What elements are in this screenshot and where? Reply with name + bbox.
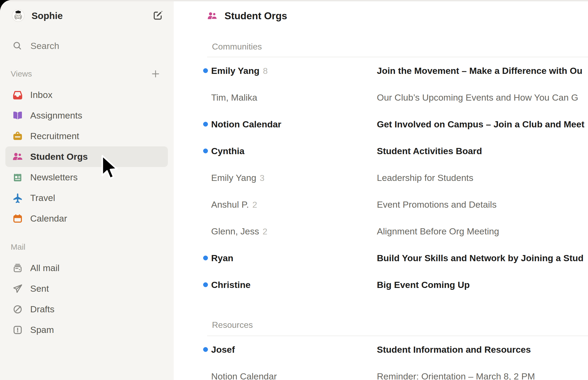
search-icon [12, 41, 22, 51]
main-header: Student Orgs [207, 10, 287, 22]
window-top-edge [0, 0, 588, 1]
email-sender: Glenn, Jess2 [211, 226, 267, 237]
email-sender: Notion Calendar [211, 119, 281, 130]
email-list-item[interactable]: Notion CalendarGet Involved on Campus – … [174, 111, 588, 138]
plane-icon [12, 193, 23, 203]
email-sender: Notion Calendar [211, 371, 277, 380]
sidebar-item-drafts[interactable]: Drafts [5, 299, 168, 320]
sidebar-item-label: Calendar [30, 213, 67, 224]
email-list-item[interactable]: Emily Yang3Leadership for Students [174, 164, 588, 191]
search-button[interactable]: Search [0, 38, 174, 54]
email-subject: Build Your Skills and Network by Joining… [377, 252, 588, 264]
sidebar-item-label: Drafts [30, 304, 55, 314]
email-list-item[interactable]: Anshul P.2Event Promotions and Details [174, 191, 588, 218]
pencil-circle-icon [12, 304, 23, 315]
newspaper-icon [12, 172, 23, 183]
compose-button[interactable] [152, 10, 163, 21]
people-icon [12, 151, 23, 162]
email-subject: Get Involved on Campus – Join a Club and… [377, 119, 588, 130]
email-list-item[interactable]: JosefStudent Information and Resources [174, 336, 588, 363]
sidebar-item-student-orgs[interactable]: Student Orgs [5, 146, 168, 167]
unread-dot [203, 68, 208, 73]
sidebar-item-label: Inbox [30, 90, 52, 100]
email-list-item[interactable]: CynthiaStudent Activities Board [174, 138, 588, 164]
mail-tray-icon [12, 263, 23, 273]
email-subject: Big Event Coming Up [377, 279, 588, 290]
sidebar-item-label: Assignments [30, 110, 82, 121]
sidebar-item-recruitment[interactable]: Recruitment [5, 126, 168, 146]
sidebar-item-calendar[interactable]: Calendar [5, 208, 168, 229]
app-window: Sophie Search Views Inbox Assignments Re… [0, 0, 588, 380]
search-label: Search [30, 40, 59, 51]
email-subject: Our Club’s Upcoming Events and How You C… [377, 92, 588, 103]
inbox-icon [12, 90, 23, 100]
sidebar-item-spam[interactable]: Spam [5, 320, 168, 340]
sidebar-item-travel[interactable]: Travel [5, 188, 168, 208]
email-sender: Cynthia [211, 145, 245, 157]
email-list-item[interactable]: RyanBuild Your Skills and Network by Joi… [174, 245, 588, 271]
email-sender: Christine [211, 279, 250, 290]
sidebar-item-label: Student Orgs [30, 151, 88, 162]
unread-dot [203, 282, 208, 287]
sidebar: Sophie Search Views Inbox Assignments Re… [0, 0, 174, 380]
email-thread-count: 8 [263, 66, 268, 76]
email-list-item[interactable]: ChristineBig Event Coming Up [174, 271, 588, 298]
email-sender: Tim, Malika [211, 92, 257, 103]
email-sender: Anshul P.2 [211, 199, 257, 210]
people-icon [207, 11, 217, 21]
email-sender: Emily Yang8 [211, 65, 268, 77]
sidebar-item-label: All mail [30, 263, 60, 273]
add-view-button[interactable] [151, 69, 160, 79]
sidebar-item-sent[interactable]: Sent [5, 278, 168, 299]
paper-plane-icon [12, 283, 23, 294]
email-thread-count: 2 [263, 227, 268, 236]
briefcase-icon [12, 131, 23, 142]
page-title: Student Orgs [225, 10, 287, 22]
calendar-icon [12, 213, 23, 224]
sidebar-item-label: Newsletters [30, 172, 78, 183]
email-list-pane: Student Orgs Communities Emily Yang8Join… [174, 0, 588, 380]
email-list-item[interactable]: Tim, MalikaOur Club’s Upcoming Events an… [174, 84, 588, 111]
email-sender: Ryan [211, 252, 233, 264]
email-thread-count: 3 [260, 173, 265, 183]
email-subject: Student Information and Resources [377, 344, 588, 355]
email-subject: Student Activities Board [377, 145, 588, 157]
email-list-item[interactable]: Emily Yang8Join the Movement – Make a Di… [174, 57, 588, 84]
views-section-header: Views [11, 69, 32, 79]
avatar[interactable] [12, 9, 25, 22]
unread-dot [203, 149, 208, 153]
book-icon [12, 110, 23, 121]
sidebar-item-label: Sent [30, 283, 49, 294]
unread-dot [203, 256, 208, 260]
sidebar-item-label: Travel [30, 193, 55, 203]
sidebar-item-label: Recruitment [30, 131, 79, 141]
email-list-item[interactable]: Notion CalendarReminder: Orientation – M… [174, 363, 588, 380]
email-subject: Reminder: Orientation – March 8, 2 PM [377, 371, 588, 380]
sidebar-item-all-mail[interactable]: All mail [5, 258, 168, 278]
sidebar-item-newsletters[interactable]: Newsletters [5, 167, 168, 188]
email-list-item[interactable]: Glenn, Jess2Alignment Before Org Meeting [174, 218, 588, 245]
unread-dot [203, 347, 208, 352]
unread-dot [203, 122, 208, 127]
email-sender: Josef [211, 344, 235, 355]
email-subject: Alignment Before Org Meeting [377, 226, 588, 237]
email-subject: Leadership for Students [377, 172, 588, 183]
sidebar-item-inbox[interactable]: Inbox [5, 85, 168, 105]
sidebar-item-label: Spam [30, 325, 54, 335]
email-subject: Join the Movement – Make a Difference wi… [377, 65, 588, 76]
section-label-communities: Communities [212, 42, 262, 51]
profile-name: Sophie [32, 10, 63, 22]
mail-section-header: Mail [11, 242, 25, 252]
sidebar-item-assignments[interactable]: Assignments [5, 105, 168, 126]
email-subject: Event Promotions and Details [377, 199, 588, 210]
alert-square-icon [12, 325, 23, 335]
email-thread-count: 2 [252, 200, 257, 210]
section-label-resources: Resources [212, 320, 253, 330]
email-sender: Emily Yang3 [211, 172, 265, 184]
